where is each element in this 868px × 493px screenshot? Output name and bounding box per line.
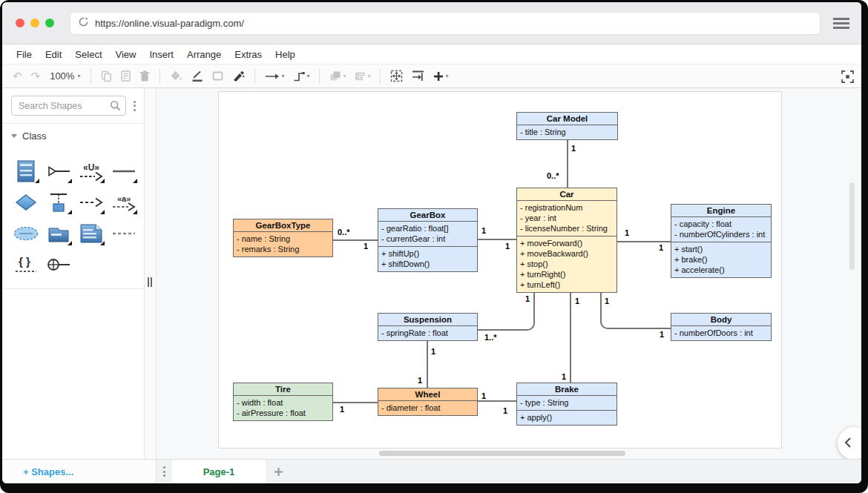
- zoom-level-dropdown[interactable]: 100% ▾: [46, 70, 84, 82]
- multiplicity-label[interactable]: 1: [431, 347, 435, 356]
- panel-more-icon[interactable]: [130, 98, 139, 114]
- collapse-right-panel-button[interactable]: [838, 427, 861, 459]
- palette-item-class[interactable]: [10, 156, 42, 186]
- minimize-window-button[interactable]: [30, 19, 39, 27]
- connector-suspension-wheel[interactable]: [427, 340, 428, 388]
- paste-style-button[interactable]: [118, 68, 134, 84]
- connector-gearboxtype-gearbox[interactable]: [333, 239, 378, 241]
- section-class-header[interactable]: Class: [2, 124, 144, 148]
- menu-help[interactable]: Help: [269, 49, 302, 60]
- class-suspension[interactable]: Suspension- springRate : float: [378, 313, 478, 341]
- menu-arrange[interactable]: Arrange: [180, 49, 228, 60]
- class-gearbox[interactable]: GearBox- gearRatio : float[]- currentGea…: [378, 208, 478, 272]
- multiplicity-label[interactable]: 1: [660, 330, 664, 339]
- connector-gearbox-car[interactable]: [478, 239, 516, 240]
- panel-resize-gutter[interactable]: [145, 88, 157, 459]
- multiplicity-label[interactable]: 1: [659, 243, 663, 252]
- class-tire[interactable]: Tire- width : float- airPressure : float: [233, 383, 333, 421]
- shape-style-button[interactable]: [209, 69, 226, 83]
- more-shapes-button[interactable]: + Shapes...: [23, 466, 73, 477]
- connector-wheel-brake[interactable]: [478, 400, 516, 402]
- connector-arrow-dropdown[interactable]: ▾: [262, 70, 287, 82]
- copy-button[interactable]: [98, 68, 115, 85]
- multiplicity-label[interactable]: 0..*: [547, 171, 559, 180]
- connector-carmodel-car[interactable]: [567, 138, 568, 188]
- multiplicity-label[interactable]: 1: [364, 242, 368, 251]
- menu-edit[interactable]: Edit: [39, 49, 68, 60]
- class-operation: + start(): [674, 244, 768, 254]
- multiplicity-label[interactable]: 1: [340, 405, 344, 414]
- palette-item-dependency[interactable]: [75, 187, 108, 217]
- multiplicity-label[interactable]: 1: [481, 391, 486, 400]
- browser-menu-icon[interactable]: [833, 18, 849, 29]
- address-bar[interactable]: https://online.visual-paradigm.com/: [70, 13, 820, 34]
- vertical-scrollbar[interactable]: [849, 182, 855, 270]
- menu-extras[interactable]: Extras: [228, 49, 269, 60]
- multiplicity-label[interactable]: 1: [418, 376, 422, 385]
- horizontal-scrollbar[interactable]: [379, 451, 625, 456]
- multiplicity-label[interactable]: 0..*: [338, 228, 350, 236]
- class-car-model[interactable]: Car Model- title : String: [516, 112, 618, 140]
- reload-icon[interactable]: [78, 16, 89, 30]
- palette-item-anchor[interactable]: «a»: [108, 187, 140, 217]
- multiplicity-label[interactable]: 1: [525, 294, 530, 303]
- class-gearboxtype[interactable]: GearBoxType- name : String- remarks : St…: [233, 219, 333, 257]
- add-page-button[interactable]: [266, 460, 291, 483]
- fill-color-button[interactable]: [167, 68, 185, 85]
- search-shapes-input[interactable]: [11, 96, 126, 116]
- palette-item-generalization[interactable]: [42, 156, 75, 186]
- connector-car-brake[interactable]: [570, 290, 571, 383]
- delete-button[interactable]: [137, 68, 153, 85]
- palette-item-association[interactable]: [108, 156, 140, 186]
- class-wheel[interactable]: Wheel- diameter : float: [378, 388, 478, 416]
- class-brake[interactable]: Brake- type : String+ apply(): [516, 383, 617, 426]
- palette-item-package[interactable]: [42, 218, 75, 248]
- close-window-button[interactable]: [16, 19, 24, 27]
- class-body[interactable]: Body- numberOfDoors : int: [671, 313, 772, 341]
- palette-item-diamond[interactable]: [10, 187, 42, 217]
- multiplicity-label[interactable]: 1..*: [484, 333, 497, 342]
- add-shape-dropdown[interactable]: ▾: [430, 69, 451, 84]
- focus-mode-icon[interactable]: [841, 70, 854, 86]
- menu-file[interactable]: File: [10, 49, 39, 60]
- multiplicity-label[interactable]: 1: [625, 228, 629, 237]
- bring-forward-dropdown[interactable]: ▾: [326, 68, 349, 84]
- multiplicity-label[interactable]: 1: [605, 297, 609, 305]
- multiplicity-label[interactable]: 1: [505, 242, 510, 251]
- connector-style-dropdown[interactable]: ▾: [290, 69, 312, 84]
- multiplicity-label[interactable]: 1: [562, 372, 566, 381]
- undo-button[interactable]: ↶: [10, 68, 25, 84]
- zoom-window-button[interactable]: [45, 19, 54, 27]
- connector-car-engine[interactable]: [617, 241, 671, 242]
- palette-item-constraint-oval[interactable]: [10, 218, 42, 248]
- palette-item-containment[interactable]: [42, 187, 75, 217]
- menu-insert[interactable]: Insert: [142, 49, 180, 60]
- palette-item-note[interactable]: [75, 218, 108, 248]
- palette-item-provided-interface[interactable]: [42, 249, 75, 279]
- line-color-button[interactable]: [188, 68, 206, 85]
- palette-item-constraint-braces[interactable]: { }: [10, 249, 42, 279]
- diagram-canvas[interactable]: Car Model- title : StringCar- registrati…: [157, 88, 861, 459]
- multiplicity-label[interactable]: 1: [571, 144, 576, 153]
- palette-item-dashed-line[interactable]: [108, 218, 140, 248]
- tab-page-1[interactable]: Page-1: [172, 460, 266, 483]
- multiplicity-label[interactable]: 1: [481, 226, 486, 235]
- connector-car-body[interactable]: [600, 290, 671, 329]
- class-engine[interactable]: Engine- capacity : float- numberOfCylind…: [671, 204, 772, 278]
- pages-menu-icon[interactable]: [157, 460, 172, 483]
- menu-select[interactable]: Select: [68, 49, 108, 60]
- class-car[interactable]: Car- registrationNum- year : int- licens…: [516, 188, 617, 293]
- format-painter-icon[interactable]: [229, 68, 248, 85]
- window-controls: [16, 19, 54, 27]
- multiplicity-label[interactable]: 1: [575, 297, 579, 305]
- menu-view[interactable]: View: [109, 49, 143, 60]
- chevron-down-icon: ▾: [367, 73, 370, 79]
- redo-button[interactable]: ↷: [28, 68, 44, 84]
- fit-selection-button[interactable]: [387, 67, 406, 85]
- multiplicity-label[interactable]: 1: [503, 406, 507, 415]
- panel-resize-handle-icon: [148, 277, 152, 287]
- fit-width-button[interactable]: [409, 68, 427, 84]
- align-dropdown[interactable]: ▾: [352, 69, 373, 84]
- connector-tire-wheel[interactable]: [333, 402, 378, 403]
- palette-item-usage[interactable]: «U»: [75, 156, 108, 186]
